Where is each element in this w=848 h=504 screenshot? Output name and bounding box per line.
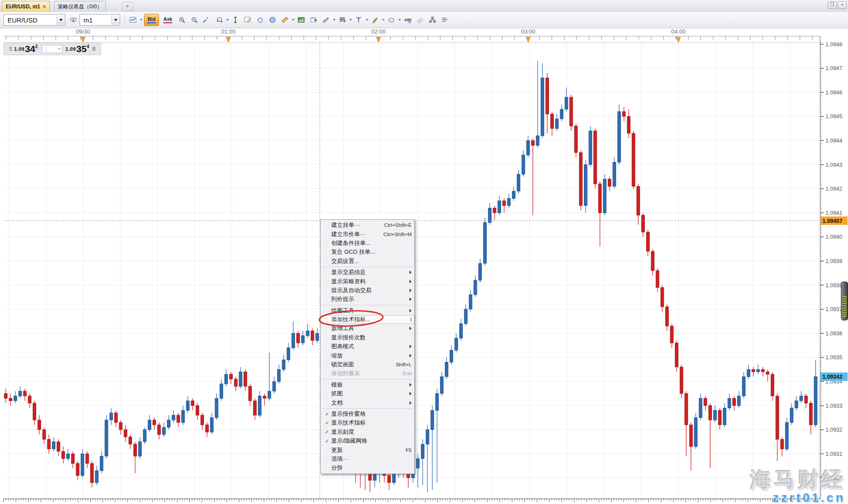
- svg-text:1.0937: 1.0937: [825, 306, 842, 312]
- svg-text:1.0933: 1.0933: [825, 403, 842, 409]
- watermark-line2: zzrt01.cn: [750, 491, 845, 504]
- sell-label: S: [9, 46, 12, 52]
- submenu-arrow-icon: [409, 297, 412, 301]
- menu-item-label: 创建条件挂单...: [331, 239, 412, 247]
- submenu-arrow-icon: [409, 280, 412, 283]
- candlestick-chart[interactable]: 09/3001:0002:0003:0004:001.09481.09471.0…: [0, 0, 848, 504]
- menu-item-文档[interactable]: 文档: [321, 398, 414, 407]
- menu-item-label: 交易设置...: [331, 257, 412, 265]
- svg-text:1.0939: 1.0939: [825, 258, 842, 264]
- menu-item-添加技术指标[interactable]: 添加技术指标...I: [321, 315, 414, 324]
- menu-item-缩放[interactable]: 缩放: [321, 351, 414, 360]
- menu-item-创建条件挂单[interactable]: 创建条件挂单...: [321, 239, 414, 248]
- menu-item-label: 绘图工具: [331, 307, 406, 315]
- menu-item-label: 滚动到最末: [331, 369, 399, 377]
- menu-item-显示技术指标[interactable]: ✓显示技术指标: [321, 418, 414, 427]
- menu-item-label: 建立挂单···: [331, 221, 381, 229]
- one-click-trade-widget[interactable]: S 1.09 34 2 1 1.09 35 4 B: [4, 43, 101, 55]
- svg-text:1.0940: 1.0940: [825, 234, 842, 240]
- submenu-arrow-icon: [409, 345, 412, 348]
- svg-text:01:00: 01:00: [221, 28, 236, 35]
- menu-item-显示策略资料[interactable]: 显示策略资料: [321, 277, 414, 286]
- menu-item-label: 缩放: [331, 352, 406, 360]
- menu-item-shortcut: Shift+L: [396, 362, 412, 367]
- menu-item-label: 显示刻度: [331, 428, 412, 436]
- context-menu: 建立挂单···Ctrl+Shift+E建立市价单···Ctrl+Shift+M创…: [320, 219, 415, 474]
- submenu-arrow-icon: [409, 383, 412, 387]
- submenu-arrow-icon: [409, 327, 412, 330]
- buy-price-prefix: 1.09: [65, 46, 76, 52]
- menu-item-label: 建立市价单···: [331, 230, 380, 238]
- menu-item-label: 复合 OCO 挂单...: [331, 248, 412, 256]
- menu-item-抓图[interactable]: 抓图: [321, 389, 414, 398]
- menu-item-显示刻度[interactable]: ✓显示刻度: [321, 428, 414, 436]
- scroll-thumb-grip: [843, 296, 847, 316]
- menu-item-更新[interactable]: 更新F5: [321, 445, 414, 454]
- menu-item-交易设置[interactable]: 交易设置...: [321, 257, 414, 266]
- sell-price-sup: 2: [35, 44, 38, 49]
- menu-item-建立挂单[interactable]: 建立挂单···Ctrl+Shift+E: [321, 221, 414, 229]
- menu-item-建立市价单[interactable]: 建立市价单···Ctrl+Shift+M: [321, 229, 414, 238]
- amount-input[interactable]: 1: [42, 45, 62, 53]
- menu-item-模板[interactable]: 模板: [321, 380, 414, 389]
- submenu-arrow-icon: [409, 354, 412, 357]
- menu-item-分拆[interactable]: 分拆: [321, 463, 414, 472]
- svg-text:09/30: 09/30: [76, 28, 91, 35]
- menu-item-选项[interactable]: 选项···: [321, 455, 414, 463]
- svg-text:1.0935: 1.0935: [825, 354, 842, 361]
- watermark-line1: 海马财经: [750, 469, 845, 491]
- menu-item-图表模式[interactable]: 图表模式: [321, 342, 414, 351]
- submenu-arrow-icon: [409, 392, 412, 395]
- menu-item-label: 图表模式: [331, 342, 406, 350]
- menu-item-label: 新增工具: [331, 324, 406, 332]
- checkmark-icon: ✓: [325, 438, 331, 444]
- svg-text:1.0942: 1.0942: [825, 186, 842, 192]
- menu-separator: [322, 267, 413, 267]
- menu-item-显示交易信息[interactable]: 显示交易信息: [321, 268, 414, 277]
- svg-text:1.0945: 1.0945: [825, 113, 842, 120]
- menu-item-label: 显示技术指标: [331, 419, 412, 427]
- menu-item-shortcut: Ctrl+Shift+M: [383, 232, 412, 237]
- svg-text:1.0948: 1.0948: [825, 41, 842, 48]
- checkmark-icon: ✓: [325, 411, 331, 417]
- menu-item-shortcut: F5: [406, 448, 412, 453]
- svg-text:1.09407: 1.09407: [822, 218, 842, 224]
- svg-text:03:00: 03:00: [521, 28, 536, 35]
- menu-separator: [322, 379, 413, 380]
- price-axis-scroll-thumb[interactable]: [841, 282, 848, 320]
- menu-item-label: 分拆: [331, 464, 412, 472]
- sell-price-big: 34: [25, 45, 35, 53]
- menu-item-label: 抓图: [331, 390, 406, 398]
- menu-item-label: 显示策略资料: [331, 278, 406, 286]
- svg-text:1.0944: 1.0944: [825, 138, 842, 144]
- menu-item-label: 文档: [331, 399, 406, 407]
- menu-item-新增工具[interactable]: 新增工具: [321, 324, 414, 333]
- trading-app-window: 09/3001:0002:0003:0004:001.09481.09471.0…: [0, 0, 848, 504]
- menu-separator: [322, 305, 413, 305]
- svg-text:02:00: 02:00: [371, 28, 386, 35]
- menu-item-label: 锁定画面: [331, 361, 392, 369]
- menu-item-label: 更新: [331, 446, 402, 454]
- menu-item-锁定画面[interactable]: 锁定画面Shift+L: [321, 360, 414, 369]
- svg-text:1.0943: 1.0943: [825, 162, 842, 168]
- menu-item-label: 选项···: [331, 455, 412, 463]
- menu-item-显示报价窗格[interactable]: ✓显示报价窗格: [321, 410, 414, 418]
- menu-item-shortcut: Ctrl+Shift+E: [384, 222, 412, 228]
- menu-item-提示及自动交易[interactable]: 提示及自动交易: [321, 286, 414, 295]
- menu-item-显示隐藏网格[interactable]: ✓显示/隐藏网格: [321, 436, 414, 445]
- svg-text:1.0932: 1.0932: [825, 427, 842, 433]
- submenu-arrow-icon: [409, 309, 412, 312]
- svg-text:1.0946: 1.0946: [825, 90, 842, 96]
- svg-text:04:00: 04:00: [671, 28, 686, 35]
- menu-item-到价提示[interactable]: 到价提示: [321, 295, 414, 304]
- menu-item-绘图工具[interactable]: 绘图工具: [321, 306, 414, 315]
- menu-item-label: 显示报价窗格: [331, 410, 412, 418]
- menu-item-label: 添加技术指标...: [331, 316, 407, 323]
- svg-text:1.0931: 1.0931: [825, 451, 842, 457]
- svg-text:1.0938: 1.0938: [825, 282, 842, 289]
- menu-item-复合OCO挂单[interactable]: 复合 OCO 挂单...: [321, 248, 414, 256]
- menu-item-显示报价次数[interactable]: 显示报价次数: [321, 333, 414, 342]
- menu-item-label: 模板: [331, 381, 406, 389]
- submenu-arrow-icon: [409, 289, 412, 292]
- buy-price-big: 35: [76, 45, 87, 53]
